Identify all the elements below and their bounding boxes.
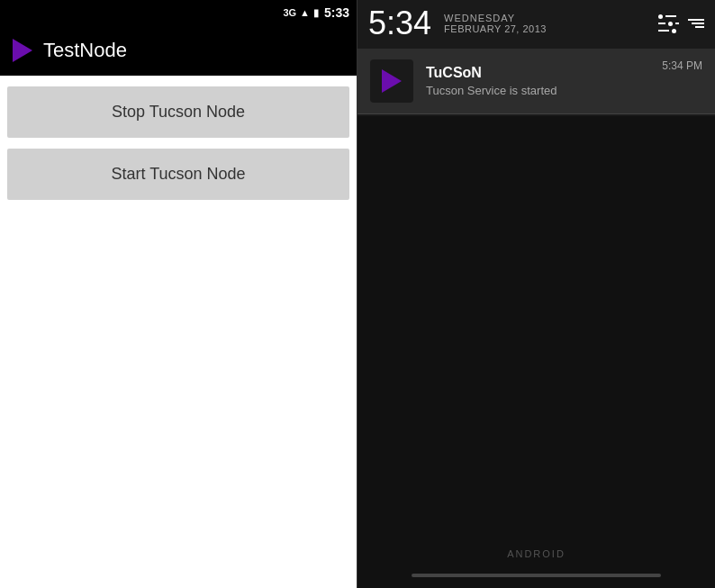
notification-date-block: WEDNESDAY FEBRUARY 27, 2013: [444, 13, 547, 34]
notification-time: 5:34: [368, 7, 431, 40]
sliders-icon[interactable]: [658, 14, 679, 33]
signal-text: 3G: [283, 7, 296, 18]
notification-shade: 5:34 WEDNESDAY FEBRUARY 27, 2013: [358, 0, 715, 588]
notification-app-icon: [370, 59, 413, 103]
notification-shade-body: [358, 116, 715, 588]
start-tucson-node-button[interactable]: Start Tucson Node: [7, 149, 349, 200]
bottom-bar: [412, 574, 661, 577]
stop-tucson-node-button[interactable]: Stop Tucson Node: [7, 86, 349, 138]
app-header: TestNode: [0, 25, 357, 76]
battery-icon: ▮: [313, 7, 319, 19]
notification-content: TuCSoN Tucson Service is started: [426, 65, 649, 97]
signal-bars-icon: ▲: [300, 7, 310, 18]
app-content: Stop Tucson Node Start Tucson Node: [0, 76, 357, 588]
notification-date: FEBRUARY 27, 2013: [444, 23, 547, 34]
notification-timestamp: 5:34 PM: [662, 59, 702, 72]
notification-message: Tucson Service is started: [426, 84, 649, 97]
status-bar: 3G ▲ ▮ 5:33: [0, 0, 357, 25]
app-screen: 3G ▲ ▮ 5:33 TestNode Stop Tucson Node St…: [0, 0, 358, 588]
notification-app-name: TuCSoN: [426, 65, 649, 81]
notification-status-icons: [658, 14, 704, 33]
app-title: TestNode: [43, 39, 127, 62]
status-bar-time: 5:33: [324, 5, 349, 20]
android-label: ANDROID: [358, 541, 715, 566]
status-icons: 3G ▲ ▮: [283, 7, 319, 19]
app-logo-icon: [13, 39, 32, 62]
notification-card[interactable]: TuCSoN Tucson Service is started 5:34 PM: [358, 49, 715, 114]
notification-day: WEDNESDAY: [444, 13, 547, 23]
tucson-logo-icon: [382, 69, 402, 93]
menu-icon[interactable]: [688, 19, 704, 28]
notification-status-bar: 5:34 WEDNESDAY FEBRUARY 27, 2013: [358, 0, 715, 47]
